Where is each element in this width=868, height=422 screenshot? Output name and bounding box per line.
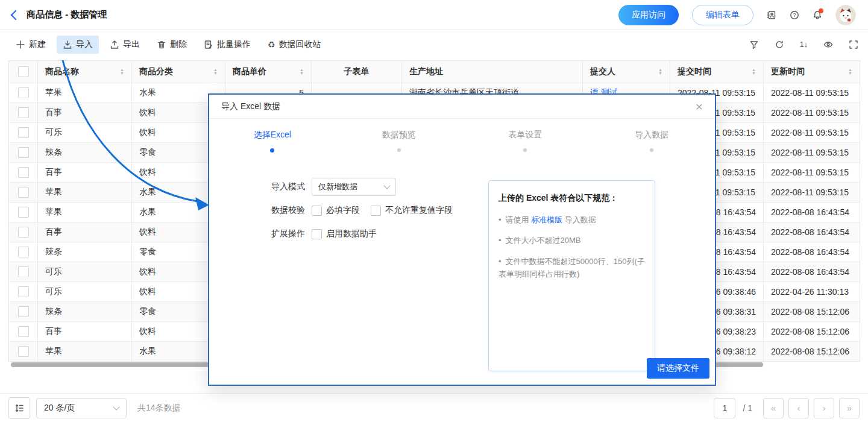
cell-update-time: 2022-08-11 09:53:15: [764, 183, 860, 203]
row-checkbox[interactable]: [18, 207, 29, 218]
eye-icon[interactable]: [823, 40, 833, 49]
close-icon[interactable]: ×: [696, 100, 703, 113]
sort-arrows-icon: ▲▼: [848, 68, 852, 75]
cell-name: 辣条: [38, 302, 132, 322]
import-mode-value: 仅新增数据: [318, 181, 357, 192]
sort-icon[interactable]: 1↓: [800, 40, 808, 49]
back-icon[interactable]: [11, 10, 21, 20]
column-header-submit_time[interactable]: 提交时间▲▼: [670, 61, 764, 83]
contacts-icon[interactable]: [767, 10, 776, 20]
no-duplicate-checkbox[interactable]: 不允许重复值字段: [371, 205, 453, 216]
batch-ops-button[interactable]: 批量操作: [198, 36, 257, 54]
filter-icon[interactable]: [749, 40, 759, 49]
row-checkbox[interactable]: [18, 266, 29, 277]
export-button[interactable]: 导出: [104, 36, 146, 54]
row-checkbox[interactable]: [18, 247, 29, 257]
row-checkbox[interactable]: [18, 147, 29, 158]
spec-title: 上传的 Excel 表符合以下规范：: [498, 193, 645, 204]
last-page-button[interactable]: »: [839, 398, 860, 418]
fullscreen-icon[interactable]: [849, 40, 858, 49]
notification-badge: [819, 8, 823, 13]
row-height-button[interactable]: [8, 397, 30, 419]
row-checkbox[interactable]: [18, 306, 29, 317]
spec-item-size: •文件大小不超过20MB: [498, 234, 645, 247]
import-mode-select[interactable]: 仅新增数据: [312, 178, 396, 196]
step-indicator: 选择Excel数据预览表单设置导入数据: [209, 119, 715, 153]
row-checkbox[interactable]: [18, 187, 29, 198]
column-header-submitter[interactable]: 提交人▲▼: [583, 61, 670, 83]
row-checkbox[interactable]: [18, 326, 29, 337]
cell-name: 可乐: [38, 262, 132, 282]
row-checkbox[interactable]: [18, 286, 29, 297]
cell-update-time: 2022-08-08 16:43:54: [764, 242, 860, 262]
sort-arrows-icon: ▲▼: [120, 68, 124, 75]
cell-update-time: 2022-08-08 16:43:54: [764, 222, 860, 242]
import-form: 导入模式 仅新增数据 数据校验 必填字段 不允许重复值字段 扩展操作: [271, 178, 453, 248]
row-checkbox[interactable]: [18, 87, 29, 98]
row-checkbox[interactable]: [18, 107, 29, 118]
chevron-down-icon: [113, 403, 119, 410]
step-dot: [270, 148, 274, 153]
sort-arrows-icon: ▲▼: [213, 68, 218, 75]
column-header-category[interactable]: 商品分类▲▼: [132, 61, 225, 83]
import-excel-dialog: 导入 Excel 数据 × 选择Excel数据预览表单设置导入数据 导入模式 仅…: [208, 93, 716, 386]
data-assistant-checkbox[interactable]: 启用数据助手: [312, 228, 377, 239]
column-header-checkbox[interactable]: [9, 61, 38, 83]
cell-name: 苹果: [38, 83, 132, 103]
row-checkbox[interactable]: [18, 127, 29, 138]
prev-page-button[interactable]: ‹: [788, 398, 809, 418]
checkbox-icon: [312, 206, 322, 216]
pagination-bar: 20 条/页 共14条数据 / 1 «‹›»: [0, 393, 868, 422]
choose-file-button[interactable]: 请选择文件: [647, 358, 709, 379]
column-header-price[interactable]: 商品单价▲▼: [225, 61, 312, 83]
export-icon: [110, 40, 119, 49]
plus-icon: [16, 40, 25, 49]
data-assistant-label: 启用数据助手: [326, 228, 377, 239]
step-2: 数据预览: [336, 130, 462, 153]
cell-update-time: 2022-08-11 09:53:15: [764, 163, 860, 183]
page-number-input[interactable]: [714, 398, 735, 418]
select-all-checkbox[interactable]: [18, 66, 29, 77]
step-dot: [397, 148, 401, 152]
required-field-checkbox[interactable]: 必填字段: [312, 205, 360, 216]
bell-icon[interactable]: [813, 10, 822, 20]
edit-form-button[interactable]: 编辑表单: [692, 5, 753, 25]
cell-update-time: 2022-08-08 15:12:06: [764, 302, 860, 322]
create-label: 新建: [29, 39, 46, 50]
first-page-button[interactable]: «: [763, 398, 784, 418]
avatar[interactable]: [835, 5, 856, 25]
cell-update-time: 2022-08-08 16:43:54: [764, 203, 860, 222]
next-page-button[interactable]: ›: [814, 398, 834, 418]
cell-name: 苹果: [38, 342, 132, 362]
import-button[interactable]: 导入: [57, 36, 99, 54]
recycle-bin-button[interactable]: ♻数据回收站: [262, 36, 327, 54]
row-checkbox[interactable]: [18, 167, 29, 178]
no-duplicate-label: 不允许重复值字段: [385, 205, 453, 216]
cell-update-time: 2022-08-08 16:43:54: [764, 262, 860, 282]
column-header-name[interactable]: 商品名称▲▼: [38, 61, 132, 83]
sort-arrows-icon: ▲▼: [658, 68, 662, 75]
required-field-label: 必填字段: [326, 205, 360, 216]
step-dot: [523, 148, 527, 152]
batch-ops-label: 批量操作: [217, 39, 251, 50]
step-dot: [650, 148, 653, 152]
row-checkbox[interactable]: [18, 227, 29, 238]
standard-template-link[interactable]: 标准模版: [531, 215, 562, 224]
cell-update-time: 2022-08-08 15:12:06: [764, 322, 860, 342]
row-checkbox[interactable]: [18, 346, 29, 357]
refresh-icon[interactable]: [775, 40, 784, 49]
create-button[interactable]: 新建: [10, 36, 52, 54]
page-size-select[interactable]: 20 条/页: [36, 398, 127, 418]
extend-ops-label: 扩展操作: [271, 228, 305, 239]
delete-button[interactable]: 删除: [151, 36, 193, 54]
app-access-button[interactable]: 应用访问: [618, 5, 679, 25]
cell-update-time: 2022-08-11 09:53:15: [764, 123, 860, 143]
cell-name: 可乐: [38, 282, 132, 302]
sort-arrows-icon: ▲▼: [752, 68, 756, 75]
help-icon[interactable]: ?: [790, 10, 799, 20]
cell-name: 苹果: [38, 203, 132, 222]
validation-label: 数据校验: [271, 205, 305, 216]
sort-arrows-icon: ▲▼: [300, 68, 304, 75]
step-4: 导入数据: [588, 130, 715, 153]
column-header-update_time[interactable]: 更新时间▲▼: [764, 61, 860, 83]
